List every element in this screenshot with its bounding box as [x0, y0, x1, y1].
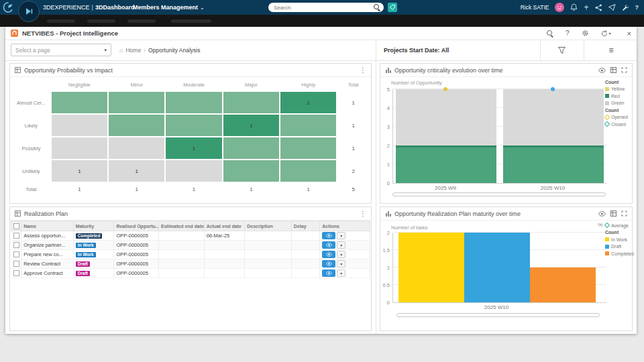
matrix-cell[interactable]: [52, 137, 107, 159]
action-dropdown-button[interactable]: ▾: [337, 251, 345, 258]
legend-item[interactable]: Completed: [605, 250, 632, 257]
maturity-bar[interactable]: [464, 233, 530, 302]
visibility-eye-icon[interactable]: [598, 211, 606, 217]
expand-icon[interactable]: [621, 67, 627, 73]
action-dropdown-button[interactable]: ▾: [337, 269, 345, 277]
tab-placeholder[interactable]: [87, 19, 115, 23]
search-icon[interactable]: [374, 4, 380, 11]
page-select[interactable]: Select a page ▾: [11, 44, 111, 56]
visibility-eye-icon[interactable]: [598, 68, 606, 73]
row-checkbox[interactable]: [13, 251, 19, 257]
matrix-cell[interactable]: [109, 115, 164, 136]
matrix-cell[interactable]: 1: [166, 137, 221, 159]
refresh-control[interactable]: ▾: [601, 30, 611, 37]
matrix-cell[interactable]: [280, 137, 336, 159]
home-icon[interactable]: ⌂: [119, 47, 123, 54]
matrix-cell[interactable]: [280, 160, 336, 182]
legend-item[interactable]: Closed: [605, 121, 632, 128]
plan-estimated-cell: [159, 259, 205, 269]
legend-item[interactable]: Yellow: [605, 86, 632, 93]
plan-name-cell: Review Contract: [21, 259, 74, 269]
matrix-cell[interactable]: 1: [109, 160, 164, 182]
plan-maturity-cell: In Work: [73, 241, 114, 250]
maturity-bar[interactable]: [530, 267, 596, 302]
row-checkbox[interactable]: [13, 233, 19, 239]
tools-wrench-icon[interactable]: [622, 4, 629, 11]
gear-icon[interactable]: [582, 29, 589, 37]
kebab-menu-icon[interactable]: ⋮: [360, 66, 366, 74]
matrix-row: Likely11: [12, 115, 369, 136]
user-name[interactable]: Rick SATIE: [521, 4, 549, 11]
maturity-bar[interactable]: [398, 233, 464, 302]
legend-swatch: [605, 87, 609, 91]
notifications-bell-icon[interactable]: [570, 3, 578, 11]
plan-name-cell: Assess opportun...: [21, 231, 74, 241]
matrix-cell[interactable]: [280, 115, 336, 136]
criticality-bar[interactable]: [396, 89, 496, 183]
tag-button[interactable]: [388, 3, 397, 12]
view-eye-button[interactable]: [322, 260, 335, 267]
criticality-chart-widget: Opportunity criticality evolution over t…: [380, 63, 633, 204]
legend-item[interactable]: Green: [605, 100, 632, 107]
legend-item[interactable]: Red: [605, 93, 632, 100]
3ds-compass-logo[interactable]: [3, 2, 13, 13]
criticality-bar[interactable]: [503, 89, 604, 183]
matrix-cell[interactable]: [223, 160, 279, 182]
kebab-menu-icon[interactable]: ⋮: [360, 210, 366, 217]
plan-checkbox-cell: [11, 269, 21, 278]
members-management-menu[interactable]: Members Management⌄: [133, 4, 205, 11]
matrix-cell[interactable]: [109, 92, 164, 113]
column-divider: [376, 40, 376, 334]
matrix-row-label: Unlikely: [12, 160, 50, 182]
matrix-cell[interactable]: [52, 115, 107, 136]
view-eye-button[interactable]: [322, 251, 335, 258]
matrix-cell[interactable]: [223, 92, 279, 113]
legend-label: Count: [605, 80, 619, 84]
matrix-cell[interactable]: [223, 137, 279, 159]
filter-funnel-icon[interactable]: [558, 47, 566, 54]
matrix-cell[interactable]: [52, 92, 107, 113]
action-dropdown-button[interactable]: ▾: [337, 260, 345, 267]
row-checkbox[interactable]: [13, 261, 19, 267]
matrix-cell[interactable]: [166, 160, 221, 182]
app-help-icon[interactable]: ?: [566, 29, 570, 37]
matrix-cell[interactable]: 1: [280, 92, 336, 113]
legend-item[interactable]: Draft: [605, 243, 632, 251]
matrix-cell[interactable]: [166, 115, 221, 136]
compass-play-avatar[interactable]: [18, 1, 40, 22]
chart-h-scrollbar[interactable]: [396, 313, 600, 317]
search-input[interactable]: [272, 4, 374, 11]
legend-item[interactable]: Opened: [605, 114, 632, 121]
user-avatar[interactable]: [555, 3, 564, 12]
close-icon[interactable]: ×: [627, 29, 631, 38]
global-search[interactable]: [268, 3, 384, 12]
matrix-cell[interactable]: 1: [52, 160, 107, 182]
send-icon[interactable]: [608, 4, 616, 11]
table-view-icon[interactable]: [610, 210, 616, 217]
hamburger-menu-icon[interactable]: ≡: [604, 40, 618, 60]
tab-placeholder[interactable]: [171, 19, 211, 23]
matrix-cell[interactable]: [109, 137, 164, 159]
row-checkbox[interactable]: [13, 270, 19, 276]
help-icon[interactable]: ?: [635, 4, 639, 11]
app-search-icon[interactable]: [547, 30, 553, 37]
action-dropdown-button[interactable]: ▾: [337, 241, 345, 249]
add-content-icon[interactable]: +: [584, 3, 588, 11]
chart-h-scrollbar[interactable]: [392, 192, 606, 196]
matrix-cell[interactable]: 1: [223, 115, 279, 136]
view-eye-button[interactable]: [322, 241, 335, 249]
legend-item[interactable]: Average: [605, 222, 632, 229]
view-eye-button[interactable]: [322, 232, 335, 239]
tab-placeholder[interactable]: [47, 19, 75, 23]
share-icon[interactable]: [595, 4, 602, 11]
legend-item[interactable]: In Work: [605, 236, 632, 243]
action-dropdown-button[interactable]: ▾: [337, 232, 345, 239]
breadcrumb-home[interactable]: Home: [125, 47, 141, 54]
table-view-icon[interactable]: [610, 67, 616, 73]
tab-placeholder[interactable]: [127, 19, 156, 23]
expand-icon[interactable]: [621, 210, 627, 217]
view-eye-button[interactable]: [322, 269, 335, 277]
select-all-checkbox[interactable]: [13, 223, 19, 229]
row-checkbox[interactable]: [13, 242, 19, 248]
matrix-cell[interactable]: [166, 92, 221, 113]
